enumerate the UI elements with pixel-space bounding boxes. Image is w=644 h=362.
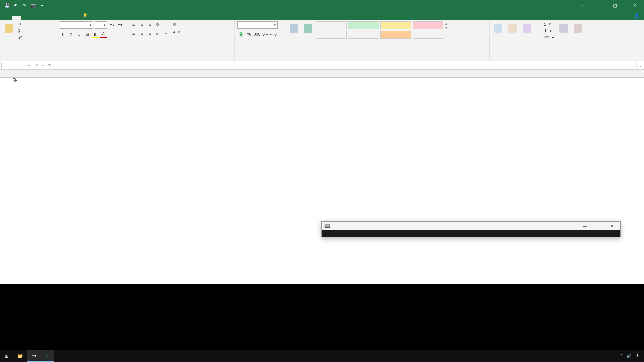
font-name-combo[interactable]: ▾ [60,21,93,29]
style-erklar[interactable] [413,31,443,39]
format-cells-button[interactable] [521,21,533,36]
font-color-button[interactable]: A [100,31,107,38]
number-format-combo[interactable]: ▾ [237,21,278,29]
taskbar-app-icon[interactable]: ▭ [27,350,40,362]
undo-icon[interactable]: ↶ [13,2,19,8]
align-bottom-icon[interactable]: ≡ [146,21,153,28]
align-center-icon[interactable]: ≡ [138,30,145,37]
thousands-icon[interactable]: 000 [254,31,260,38]
cancel-formula-icon[interactable]: ✕ [36,63,39,68]
fx-icon[interactable]: fx [48,63,51,68]
conditional-formatting-button[interactable] [288,21,300,36]
format-as-table-button[interactable] [302,21,314,36]
group-clipboard-label [3,59,54,60]
style-standard[interactable] [316,21,347,29]
tray-network-icon[interactable]: 🖧 [635,354,639,358]
osk-minimize-button[interactable]: — [579,224,591,229]
italic-button[interactable]: K [68,31,74,38]
minimize-button[interactable]: — [589,3,602,8]
increase-decimal-icon[interactable]: .0→ [262,31,268,38]
group-alignment-label [130,59,232,60]
cut-button[interactable]: ✂ [17,21,24,27]
fill-color-button[interactable]: ◧ [92,31,99,38]
tray-volume-icon[interactable]: 🔊 [626,354,631,358]
maximize-button[interactable]: ▢ [608,3,622,8]
style-gut[interactable] [348,21,379,29]
on-screen-keyboard[interactable]: ⌨ — ▢ ✕ [321,221,621,237]
increase-font-icon[interactable]: A▴ [109,22,115,28]
tab-data[interactable] [50,16,59,20]
tab-view[interactable] [68,16,78,20]
sort-filter-button[interactable] [557,21,570,36]
delete-cells-button[interactable] [506,21,519,36]
taskbar-explorer-icon[interactable]: 📁 [13,350,27,362]
letterbox [0,284,644,350]
insert-cells-button[interactable] [492,21,504,36]
redo-icon[interactable]: ↷ [21,2,28,8]
title-bar: 💾 ↶ ↷ 📷 ▾ ▭ — ▢ ✕ [0,0,644,11]
ribbon: ✂ ⎘ 🖌 ▾ ▾ A▴ A▾ F K U ▦ ◧ A [0,20,644,61]
format-painter-button[interactable]: 🖌 [17,35,24,40]
select-all-corner[interactable] [0,70,13,77]
align-right-icon[interactable]: ≡ [146,30,153,37]
tab-insert[interactable] [21,16,31,20]
tab-formulas[interactable] [40,16,50,20]
tab-pagelayout[interactable] [31,16,40,20]
qat-more-icon[interactable]: ▾ [39,2,45,8]
ribbon-tabs: 💡 👤 [0,11,644,20]
formula-bar: ▾ ✕ ✓ fx ⌄ [0,61,644,70]
find-select-button[interactable] [572,21,584,36]
clear-button[interactable]: ⌫ ▾ [543,35,555,41]
tab-review[interactable] [59,16,68,20]
style-neutral[interactable] [380,21,411,29]
formula-input[interactable] [54,62,637,69]
save-icon[interactable]: 💾 [4,2,10,8]
bold-button[interactable]: F [60,31,66,38]
osk-maximize-button[interactable]: ▢ [593,224,604,229]
ribbon-display-icon[interactable]: ▭ [579,3,583,8]
taskbar-excel-icon[interactable]: X [40,350,54,362]
enter-formula-icon[interactable]: ✓ [42,63,45,68]
copy-button[interactable]: ⎘ [17,28,24,34]
tray-up-icon: ˄ [620,354,622,358]
group-styles-label [288,59,487,60]
group-cells-label [492,59,537,60]
merge-center-button[interactable]: ⬌ ▾ [171,29,181,35]
wrap-text-button[interactable]: ▤ [171,21,181,27]
border-button[interactable]: ▦ [84,31,91,38]
font-size-combo[interactable]: ▾ [95,21,107,29]
camera-icon[interactable]: 📷 [30,2,36,8]
style-ausgabe[interactable] [316,31,347,39]
paste-button[interactable] [3,21,15,36]
decrease-decimal-icon[interactable]: ←.0 [270,31,276,38]
tab-home[interactable] [12,16,21,20]
group-number-label [237,59,282,60]
tab-search[interactable]: 💡 [78,11,92,20]
indent-decrease-icon[interactable]: ⇤ [154,30,161,37]
start-button[interactable]: ⊞ [0,350,13,362]
underline-button[interactable]: U [76,31,83,38]
align-middle-icon[interactable]: ≡ [138,21,145,28]
close-button[interactable]: ✕ [628,3,641,8]
share-button[interactable]: 👤 [630,11,644,20]
style-schlecht[interactable] [413,21,443,29]
align-top-icon[interactable]: ≡ [130,21,137,28]
style-berechnung[interactable] [348,31,379,39]
orientation-icon[interactable]: ⟳ [154,21,161,28]
autosum-button[interactable]: Σ ▾ [543,21,555,27]
expand-formula-icon[interactable]: ⌄ [637,63,644,68]
decrease-font-icon[interactable]: A▾ [117,22,123,28]
indent-increase-icon[interactable]: ⇥ [162,30,169,37]
name-box[interactable]: ▾ [1,62,32,69]
group-editing-label [543,59,641,60]
osk-icon: ⌨ [324,224,331,229]
percent-icon[interactable]: % [246,31,252,38]
mouse-cursor-icon: ✛ [13,78,17,83]
group-font-label [60,59,124,60]
tab-file[interactable] [3,16,12,20]
style-eingabe[interactable] [380,31,411,39]
currency-icon[interactable]: 💲 [237,31,244,38]
osk-close-button[interactable]: ✕ [606,224,618,229]
align-left-icon[interactable]: ≡ [130,30,137,37]
fill-button[interactable]: ⬇ ▾ [543,28,555,34]
